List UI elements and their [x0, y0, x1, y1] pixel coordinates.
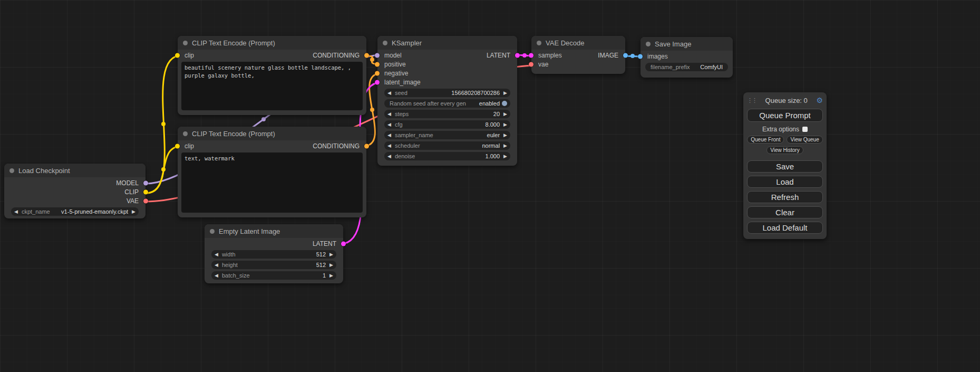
widget-filename-prefix[interactable]: filename_prefix ComfyUI: [645, 63, 728, 71]
slot-row: vae: [531, 60, 625, 69]
widget-random-seed-toggle[interactable]: Random seed after every gen enabled: [384, 99, 510, 108]
node-title-bar[interactable]: Save Image: [641, 37, 733, 51]
decrement-arrow-icon[interactable]: ◀: [215, 263, 218, 268]
node-clip-text-encode-positive[interactable]: CLIP Text Encode (Prompt) clip CONDITION…: [178, 36, 366, 115]
output-dot-conditioning[interactable]: [364, 144, 369, 148]
node-vae-decode[interactable]: VAE Decode samples IMAGE vae: [531, 36, 625, 74]
toggle-knob-icon[interactable]: [502, 101, 507, 106]
negative-prompt-textarea[interactable]: text, watermark: [181, 152, 363, 213]
node-title-bar[interactable]: CLIP Text Encode (Prompt): [178, 127, 366, 140]
load-default-button[interactable]: Load Default: [747, 222, 823, 234]
view-history-button[interactable]: View History: [766, 146, 803, 154]
prev-option-arrow-icon[interactable]: ◀: [387, 133, 391, 138]
increment-arrow-icon[interactable]: ▶: [329, 252, 333, 257]
control-menu-panel: ⋮⋮ Queue size: 0 ⚙ Queue Prompt Extra op…: [743, 92, 827, 239]
input-dot-vae[interactable]: [529, 62, 533, 66]
next-option-arrow-icon[interactable]: ▶: [503, 144, 507, 148]
link-midpoint-dot: [630, 54, 635, 58]
widget-cfg[interactable]: ◀ cfg 8.000 ▶: [384, 120, 510, 129]
prev-option-arrow-icon[interactable]: ◀: [14, 209, 18, 214]
node-save-image[interactable]: Save Image images filename_prefix ComfyU…: [641, 37, 733, 78]
next-option-arrow-icon[interactable]: ▶: [503, 133, 507, 138]
load-button[interactable]: Load: [747, 176, 823, 188]
increment-arrow-icon[interactable]: ▶: [503, 122, 507, 127]
view-queue-button[interactable]: View Queue: [787, 136, 822, 144]
input-label-samples: samples: [538, 52, 562, 59]
decrement-arrow-icon[interactable]: ◀: [387, 122, 391, 127]
increment-arrow-icon[interactable]: ▶: [503, 112, 507, 117]
prev-option-arrow-icon[interactable]: ◀: [387, 144, 391, 148]
extra-options-checkbox[interactable]: [802, 127, 808, 132]
output-label-clip: CLIP: [124, 188, 139, 196]
collapse-toggle-icon[interactable]: [183, 131, 188, 136]
widget-denoise[interactable]: ◀ denoise 1.000 ▶: [384, 152, 510, 160]
node-title-bar[interactable]: KSampler: [377, 36, 517, 50]
node-title-bar[interactable]: VAE Decode: [531, 36, 625, 50]
output-dot-model[interactable]: [143, 180, 148, 185]
save-button[interactable]: Save: [747, 160, 823, 173]
node-title: Empty Latent Image: [219, 227, 280, 235]
queue-prompt-button[interactable]: Queue Prompt: [747, 109, 823, 122]
node-empty-latent-image[interactable]: Empty Latent Image LATENT ◀ width 512 ▶ …: [205, 224, 343, 283]
widget-seed[interactable]: ◀ seed 156680208700286 ▶: [384, 89, 510, 97]
positive-prompt-textarea[interactable]: beautiful scenery nature glass bottle la…: [181, 62, 363, 110]
decrement-arrow-icon[interactable]: ◀: [215, 252, 218, 257]
widget-ckpt-name[interactable]: ◀ ckpt_name v1-5-pruned-emaonly.ckpt ▶: [11, 207, 139, 216]
input-dot-positive[interactable]: [375, 62, 380, 66]
widget-width[interactable]: ◀ width 512 ▶: [211, 250, 336, 259]
widget-scheduler[interactable]: ◀ scheduler normal ▶: [384, 141, 510, 150]
drag-handle-icon[interactable]: ⋮⋮: [747, 97, 756, 104]
increment-arrow-icon[interactable]: ▶: [503, 91, 507, 96]
node-load-checkpoint[interactable]: Load Checkpoint MODEL CLIP VAE ◀ ckpt_na…: [4, 164, 145, 218]
settings-gear-icon[interactable]: ⚙: [816, 96, 823, 104]
next-option-arrow-icon[interactable]: ▶: [132, 209, 135, 214]
slot-row: clip CONDITIONING: [178, 141, 366, 150]
node-title-bar[interactable]: CLIP Text Encode (Prompt): [178, 36, 366, 50]
output-dot-conditioning[interactable]: [364, 53, 369, 58]
input-label-positive: positive: [384, 61, 406, 68]
output-dot-latent[interactable]: [341, 241, 346, 246]
widget-value: 20: [493, 111, 500, 117]
increment-arrow-icon[interactable]: ▶: [503, 154, 507, 159]
widget-steps[interactable]: ◀ steps 20 ▶: [384, 110, 510, 118]
widget-value: 512: [316, 251, 326, 257]
queue-front-button[interactable]: Queue Front: [747, 136, 784, 144]
collapse-toggle-icon[interactable]: [383, 41, 387, 45]
collapse-toggle-icon[interactable]: [646, 42, 651, 46]
increment-arrow-icon[interactable]: ▶: [329, 263, 333, 268]
collapse-toggle-icon[interactable]: [210, 229, 215, 234]
refresh-button[interactable]: Refresh: [747, 191, 823, 203]
node-clip-text-encode-negative[interactable]: CLIP Text Encode (Prompt) clip CONDITION…: [178, 127, 366, 217]
output-label-conditioning: CONDITIONING: [313, 52, 360, 59]
increment-arrow-icon[interactable]: ▶: [329, 273, 333, 278]
input-dot-latent-image[interactable]: [375, 80, 380, 84]
widget-batch-size[interactable]: ◀ batch_size 1 ▶: [211, 271, 336, 280]
clear-button[interactable]: Clear: [747, 206, 823, 218]
output-label-model: MODEL: [116, 179, 139, 187]
input-dot-images[interactable]: [638, 54, 643, 59]
output-dot-latent[interactable]: [515, 53, 520, 58]
decrement-arrow-icon[interactable]: ◀: [387, 112, 391, 117]
node-ksampler[interactable]: KSampler model LATENT positive negative …: [377, 36, 517, 166]
widget-height[interactable]: ◀ height 512 ▶: [211, 261, 336, 269]
decrement-arrow-icon[interactable]: ◀: [387, 154, 391, 159]
widget-sampler-name[interactable]: ◀ sampler_name euler ▶: [384, 131, 510, 139]
input-dot-negative[interactable]: [375, 71, 380, 75]
node-graph-canvas[interactable]: Load Checkpoint MODEL CLIP VAE ◀ ckpt_na…: [0, 0, 980, 372]
input-dot-model[interactable]: [375, 53, 380, 58]
collapse-toggle-icon[interactable]: [9, 168, 14, 173]
output-dot-vae[interactable]: [143, 198, 148, 203]
link-midpoint-dot: [522, 53, 527, 58]
node-title-bar[interactable]: Empty Latent Image: [205, 224, 343, 238]
input-dot-samples[interactable]: [529, 53, 533, 58]
output-dot-clip[interactable]: [143, 189, 148, 194]
node-title-bar[interactable]: Load Checkpoint: [4, 164, 145, 177]
input-dot-clip[interactable]: [175, 144, 180, 148]
input-dot-clip[interactable]: [175, 53, 180, 58]
collapse-toggle-icon[interactable]: [537, 41, 541, 45]
decrement-arrow-icon[interactable]: ◀: [387, 91, 391, 96]
output-label-latent: LATENT: [313, 240, 336, 247]
output-dot-image[interactable]: [623, 53, 628, 58]
collapse-toggle-icon[interactable]: [183, 41, 188, 45]
decrement-arrow-icon[interactable]: ◀: [215, 273, 218, 278]
